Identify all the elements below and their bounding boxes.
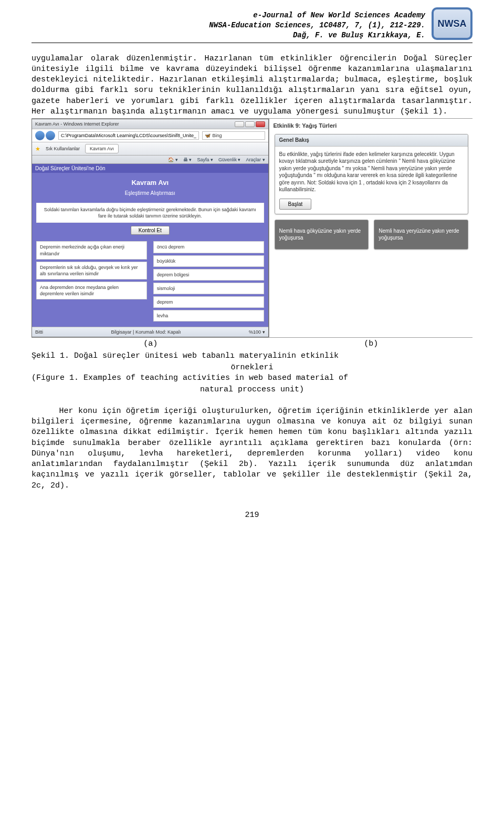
app-back-link[interactable]: Doğal Süreçler Ünitesi'ne Dön [32,164,268,173]
start-button[interactable]: Başlat [279,199,312,210]
nav-buttons [35,131,55,140]
home-icon[interactable]: 🏠 ▾ [168,157,178,163]
header-line-1: e-Journal of New World Sciences Academy [32,11,425,20]
favorites-star-icon[interactable]: ★ [35,145,40,153]
definition-card[interactable]: Depremin merkezinde açığa çıkan enerji m… [36,241,147,259]
term-card[interactable]: deprem [153,296,264,308]
command-bar: 🏠 ▾ 🖶 ▾ Sayfa ▾ Güvenlik ▾ Araçlar ▾ [32,155,268,163]
drop-target-left[interactable]: Nemli hava gökyüzüne yakın yerde yoğuşur… [275,220,369,250]
back-button[interactable] [35,131,45,140]
maximize-button[interactable] [245,121,255,127]
activity-b-title: Etkinlik 9: Yağış Türleri [274,122,470,130]
window-controls [235,121,265,127]
figure-b: Etkinlik 9: Yağış Türleri Genel Bakış Bu… [270,119,472,337]
header-separator [32,43,472,43]
term-card[interactable]: levha [153,310,264,322]
browser-window: Kavram Avı - Windows Internet Explorer 🦋… [32,119,269,337]
term-card[interactable]: büyüklük [153,255,264,267]
panel-heading: Genel Bakış [275,134,468,147]
figure-labels-row: (a) (b) [32,338,472,350]
figure-label-b: (b) [270,338,472,350]
overview-panel: Genel Bakış Bu etkinlikte, yağış türleri… [275,134,468,214]
nwsa-logo: NWSA [432,7,472,40]
window-titlebar: Kavram Avı - Windows Internet Explorer [32,119,268,129]
instruction-box: Soldaki tanımları kavramlarla doğru biçi… [36,203,264,223]
figure-label-a: (a) [32,338,270,350]
matching-grid: Depremin merkezinde açığa çıkan enerji m… [32,238,268,327]
drop-target-right[interactable]: Nemli hava yeryüzüne yakın yerde yoğuşur… [374,220,468,250]
check-row: Kontrol Et [32,223,268,238]
panel-body: Bu etkinlikte, yağış türlerini ifade ede… [275,147,468,214]
bing-icon: 🦋 [205,132,211,139]
page-header: e-Journal of New World Sciences Academy … [32,11,472,40]
close-button[interactable] [256,121,265,127]
figure-caption-en-1: (Figure 1. Examples of teaching activiti… [32,373,472,383]
status-left: Bitti [35,329,43,335]
figure-caption-tr-2: örnekleri [32,362,472,373]
header-line-2: NWSA-Education Sciences, 1C0487, 7, (1),… [32,20,425,30]
panel-body-text: Bu etkinlikte, yağış türlerini ifade ede… [279,151,457,193]
status-zoom[interactable]: %100 ▾ [249,329,265,335]
minimize-button[interactable] [235,121,244,127]
figure-a: Kavram Avı - Windows Internet Explorer 🦋… [32,119,269,337]
term-card[interactable]: deprem bölgesi [153,269,264,281]
address-bar-row: 🦋 Bing [32,129,268,142]
print-icon[interactable]: 🖶 ▾ [183,157,192,163]
paragraph-1: uygulamalar olarak düzenlenmiştir. Hazır… [32,54,472,118]
definitions-column: Depremin merkezinde açığa çıkan enerji m… [36,241,147,322]
drop-targets-row: Nemli hava gökyüzüne yakın yerde yoğuşur… [275,220,468,250]
status-bar: Bitti Bilgisayar | Korumalı Mod: Kapalı … [32,327,268,337]
activity-subtitle: Eşleştirme Alıştırması [35,190,265,197]
figure-caption-en-2: natural proccess unit) [32,385,472,395]
term-card[interactable]: öncü deprem [153,241,264,253]
header-line-3: Dağ, F. ve Buluş Kırıkkaya, E. [32,30,425,40]
menu-security[interactable]: Güvenlik ▾ [218,157,241,163]
status-mid: Bilgisayar | Korumalı Mod: Kapalı [111,329,181,335]
favorites-label[interactable]: Sık Kullanılanlar [46,146,80,152]
menu-tools[interactable]: Araçlar ▾ [246,157,265,163]
address-input[interactable] [58,131,199,140]
activity-banner: Kavram Avı Eşleştirme Alıştırması [32,173,268,203]
terms-column: öncü deprem büyüklük deprem bölgesi sism… [153,241,264,322]
paragraph-2: Her konu için öğretim içeriği oluşturulu… [32,406,472,491]
term-card[interactable]: sismoloji [153,283,264,294]
activity-title: Kavram Avı [35,178,265,188]
figure-caption-tr-1: Şekil 1. Doğal süreçler ünitesi web taba… [32,351,472,361]
check-button[interactable]: Kontrol Et [131,226,170,235]
favorites-bar: ★ Sık Kullanılanlar Kavram Avı [32,142,268,155]
app-content: Doğal Süreçler Ünitesi'ne Dön Kavram Avı… [32,164,268,327]
page-number: 219 [32,510,472,521]
figure-row: Kavram Avı - Windows Internet Explorer 🦋… [32,118,472,338]
search-box[interactable]: 🦋 Bing [202,131,265,140]
definition-card[interactable]: Depremlerin sık sık olduğu, gevşek ve kı… [36,262,147,279]
search-provider: Bing [213,132,222,139]
menu-page[interactable]: Sayfa ▾ [197,157,213,163]
window-title: Kavram Avı - Windows Internet Explorer [35,121,119,127]
tab-kavram-avi[interactable]: Kavram Avı [85,144,119,153]
definition-card[interactable]: Ana depremden önce meydana gelen depreml… [36,282,147,299]
forward-button[interactable] [46,131,55,140]
